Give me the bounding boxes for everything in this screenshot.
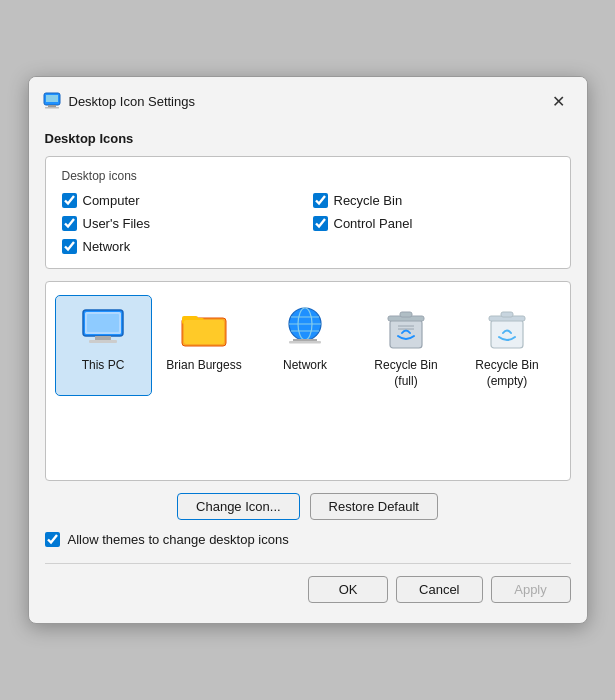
icon-item-recycle-empty[interactable]: Recycle Bin(empty) [460, 296, 555, 395]
checkbox-control-panel[interactable] [313, 216, 328, 231]
restore-default-button[interactable]: Restore Default [310, 493, 438, 520]
dialog-body: Desktop Icons Desktop icons Computer Rec… [29, 121, 587, 623]
allow-themes-label[interactable]: Allow themes to change desktop icons [68, 532, 289, 547]
cancel-button[interactable]: Cancel [396, 576, 482, 603]
svg-rect-3 [45, 107, 59, 109]
group-box-label: Desktop icons [62, 169, 554, 183]
title-bar: Desktop Icon Settings ✕ [29, 77, 587, 121]
checkbox-recycle-label[interactable]: Recycle Bin [334, 193, 403, 208]
svg-rect-27 [501, 312, 513, 317]
svg-rect-12 [184, 320, 224, 344]
icon-item-this-pc[interactable]: This PC [56, 296, 151, 395]
recycle-full-icon [380, 302, 432, 354]
checkbox-users-files-row: User's Files [62, 216, 303, 231]
checkbox-computer[interactable] [62, 193, 77, 208]
this-pc-icon [77, 302, 129, 354]
checkbox-users-files[interactable] [62, 216, 77, 231]
icon-label-recycle-full: Recycle Bin(full) [374, 358, 437, 389]
icon-label-recycle-empty: Recycle Bin(empty) [475, 358, 538, 389]
svg-rect-2 [48, 105, 56, 107]
checkbox-network-label[interactable]: Network [83, 239, 131, 254]
svg-rect-25 [491, 320, 523, 348]
checkbox-computer-row: Computer [62, 193, 303, 208]
ok-button[interactable]: OK [308, 576, 388, 603]
checkbox-users-files-label[interactable]: User's Files [83, 216, 151, 231]
checkbox-network-row: Network [62, 239, 303, 254]
checkbox-control-panel-row: Control Panel [313, 216, 554, 231]
icon-item-brian-burgess[interactable]: Brian Burgess [157, 296, 252, 395]
svg-rect-19 [289, 341, 321, 344]
svg-rect-8 [87, 314, 119, 332]
checkboxes-grid: Computer Recycle Bin User's Files Contro… [62, 193, 554, 254]
svg-rect-20 [390, 320, 422, 348]
icon-item-network[interactable]: Network [258, 296, 353, 395]
apply-button[interactable]: Apply [491, 576, 571, 603]
divider [45, 563, 571, 564]
allow-themes-checkbox[interactable] [45, 532, 60, 547]
svg-rect-22 [400, 312, 412, 317]
checkbox-computer-label[interactable]: Computer [83, 193, 140, 208]
icons-grid: This PC Brian Burgess [56, 296, 560, 395]
change-icon-button[interactable]: Change Icon... [177, 493, 300, 520]
icon-action-buttons: Change Icon... Restore Default [45, 493, 571, 520]
section-label: Desktop Icons [45, 131, 571, 146]
close-button[interactable]: ✕ [545, 87, 573, 115]
desktop-icon-settings-dialog: Desktop Icon Settings ✕ Desktop Icons De… [28, 76, 588, 624]
checkbox-recycle-row: Recycle Bin [313, 193, 554, 208]
svg-rect-7 [89, 340, 117, 343]
svg-rect-6 [95, 336, 111, 340]
icons-preview-box: This PC Brian Burgess [45, 281, 571, 481]
bottom-buttons: OK Cancel Apply [45, 576, 571, 607]
dialog-title-icon [43, 92, 61, 110]
checkbox-network[interactable] [62, 239, 77, 254]
allow-themes-row: Allow themes to change desktop icons [45, 532, 571, 547]
title-bar-left: Desktop Icon Settings [43, 92, 195, 110]
svg-rect-1 [46, 95, 58, 102]
icon-label-this-pc: This PC [82, 358, 125, 374]
icon-label-brian-burgess: Brian Burgess [166, 358, 241, 374]
dialog-title: Desktop Icon Settings [69, 94, 195, 109]
checkbox-control-panel-label[interactable]: Control Panel [334, 216, 413, 231]
recycle-empty-icon [481, 302, 533, 354]
desktop-icons-group: Desktop icons Computer Recycle Bin User'… [45, 156, 571, 269]
icon-item-recycle-full[interactable]: Recycle Bin(full) [359, 296, 454, 395]
checkbox-recycle[interactable] [313, 193, 328, 208]
brian-burgess-icon [178, 302, 230, 354]
icon-label-network: Network [283, 358, 327, 374]
network-icon [279, 302, 331, 354]
svg-rect-18 [293, 339, 317, 341]
